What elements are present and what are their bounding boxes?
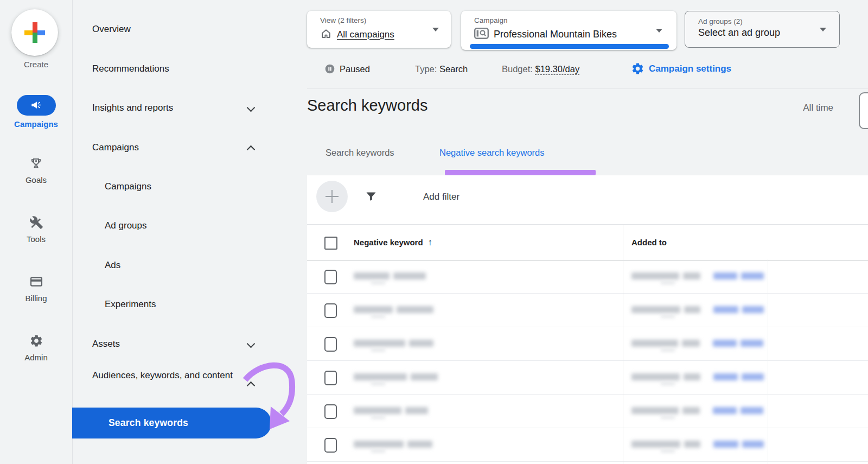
sidebar-item-label: Tools	[0, 234, 72, 244]
ad-groups-dropdown[interactable]: Ad groups (2) Select an ad group	[685, 11, 840, 48]
nav-item-ad-groups[interactable]: Ad groups	[72, 218, 307, 233]
redacted-text	[713, 340, 737, 347]
view-filter-value: All campaigns	[337, 29, 394, 40]
row-checkbox[interactable]	[324, 270, 337, 284]
date-range-label[interactable]: All time	[777, 103, 833, 113]
tab-search-keywords[interactable]: Search keywords	[326, 148, 394, 158]
campaign-dropdown[interactable]: Campaign Professional Mountain Bikes	[461, 11, 676, 50]
redacted-text	[371, 449, 385, 453]
redacted-text	[371, 281, 385, 284]
tab-negative-search-keywords[interactable]: Negative search keywords	[439, 148, 545, 158]
table-header: Negative keyword↑ Added to	[307, 224, 868, 260]
ad-groups-label: Ad groups (2)	[698, 17, 839, 26]
row-checkbox[interactable]	[324, 371, 337, 385]
filter-icon[interactable]	[365, 190, 378, 203]
view-filter-dropdown[interactable]: View (2 filters) All campaigns	[307, 11, 451, 48]
redacted-text	[682, 407, 700, 414]
campaign-type: Type: Search	[415, 63, 468, 74]
nav-item-overview[interactable]: Overview	[72, 22, 307, 37]
gear-icon	[29, 334, 44, 349]
table-row[interactable]	[307, 327, 868, 361]
budget-value[interactable]: $19.30/day	[535, 64, 579, 75]
trophy-icon	[29, 156, 44, 171]
redacted-text	[741, 407, 763, 414]
page-title: Search keywords	[307, 97, 427, 115]
column-header-added-to[interactable]: Added to	[631, 225, 667, 260]
table-row[interactable]	[307, 461, 868, 464]
redacted-text	[741, 272, 764, 279]
negative-keyword-cell	[354, 407, 428, 414]
table-row[interactable]	[307, 360, 868, 395]
chevron-down-icon	[432, 28, 439, 31]
add-filter-button[interactable]: Add filter	[423, 190, 459, 204]
nav-item-ads[interactable]: Ads	[72, 258, 307, 273]
redacted-text	[661, 315, 675, 318]
campaign-badge-icon	[474, 28, 489, 41]
nav-item-audiences-keywords-and-content[interactable]: Audiences, keywords, and content	[72, 367, 307, 401]
chevron-down-icon	[820, 28, 826, 31]
column-divider	[768, 259, 768, 464]
redacted-text	[742, 373, 764, 380]
campaign-dropdown-value: Professional Mountain Bikes	[494, 29, 617, 40]
nav-item-label: Insights and reports	[92, 100, 173, 116]
column-header-negative-keyword[interactable]: Negative keyword↑	[354, 225, 432, 260]
view-filter-label: View (2 filters)	[320, 16, 451, 24]
redacted-text	[661, 382, 675, 385]
nav-item-campaigns[interactable]: Campaigns	[72, 179, 307, 194]
status-badge[interactable]: Paused	[340, 63, 370, 74]
chevron-down-icon	[656, 29, 662, 33]
redacted-text	[713, 407, 737, 414]
row-checkbox[interactable]	[324, 404, 337, 419]
redacted-text	[405, 407, 428, 414]
redacted-text	[354, 373, 407, 380]
sidebar-item-label: Campaigns	[0, 119, 72, 129]
date-range-selector[interactable]	[859, 92, 868, 129]
add-keyword-button[interactable]	[316, 181, 348, 212]
redacted-text	[371, 315, 385, 318]
sidebar-item-billing[interactable]: Billing	[0, 275, 72, 303]
create-button[interactable]	[11, 9, 58, 56]
redacted-text	[393, 272, 426, 279]
negative-keyword-cell	[354, 306, 433, 313]
nav-item-experiments[interactable]: Experiments	[72, 297, 307, 312]
added-to-cell	[631, 306, 764, 313]
nav-item-insights-and-reports[interactable]: Insights and reports	[72, 100, 307, 116]
nav-item-assets[interactable]: Assets	[72, 336, 307, 352]
redacted-text	[661, 281, 675, 284]
added-to-cell	[631, 340, 763, 347]
credit-card-icon	[29, 275, 44, 290]
select-all-checkbox[interactable]	[324, 237, 337, 250]
redacted-text	[354, 340, 405, 347]
nav-item-label: Search keywords	[108, 408, 271, 438]
redacted-text	[684, 441, 700, 448]
negative-keyword-cell	[354, 373, 438, 380]
nav-item-search-keywords-active[interactable]: Search keywords	[72, 408, 271, 438]
negative-keyword-cell	[354, 441, 432, 448]
sidebar-item-admin[interactable]: Admin	[0, 334, 72, 362]
redacted-text	[713, 272, 737, 279]
row-checkbox[interactable]	[324, 337, 337, 352]
campaign-budget: Budget: $19.30/day	[502, 63, 579, 74]
sidebar-item-tools[interactable]: Tools	[0, 215, 72, 244]
nav-item-campaigns[interactable]: Campaigns	[72, 140, 307, 155]
redacted-text	[741, 340, 763, 347]
table-row[interactable]	[307, 428, 868, 462]
campaign-settings-link[interactable]: Campaign settings	[649, 63, 731, 74]
redacted-text	[371, 348, 385, 352]
nav-item-recommendations[interactable]: Recommendations	[72, 61, 307, 77]
row-checkbox[interactable]	[324, 303, 337, 318]
sidebar-item-campaigns[interactable]: Campaigns	[0, 95, 72, 129]
megaphone-icon	[17, 95, 56, 116]
nav-item-label: Recommendations	[92, 61, 169, 77]
column-divider	[623, 224, 623, 464]
keywords-table-card: Add filter Negative keyword↑ Added to	[307, 175, 868, 464]
row-checkbox[interactable]	[324, 438, 337, 453]
table-row[interactable]	[307, 293, 868, 327]
table-row[interactable]	[307, 394, 868, 428]
nav-item-label: Audiences, keywords, and content	[92, 367, 242, 384]
sidebar-item-goals[interactable]: Goals	[0, 156, 72, 185]
redacted-text	[631, 306, 680, 313]
redacted-text	[713, 306, 738, 313]
table-row[interactable]	[307, 259, 868, 294]
negative-keyword-cell	[354, 340, 433, 347]
